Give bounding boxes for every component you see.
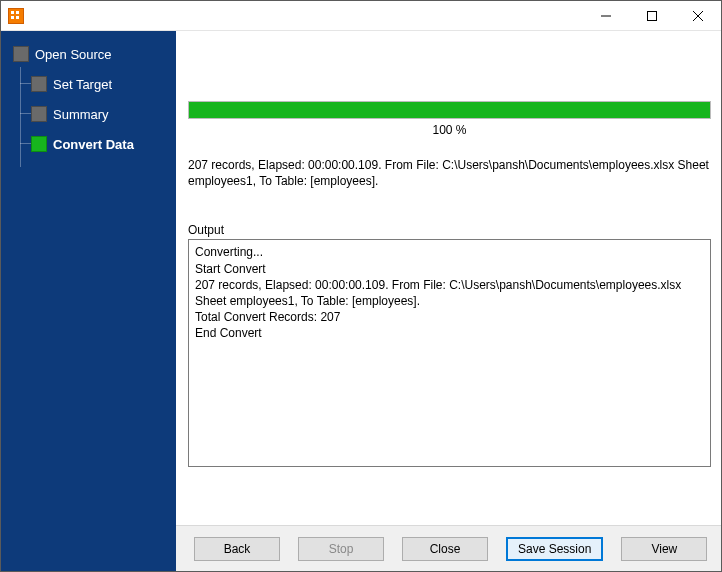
step-icon [31,76,47,92]
title-bar [1,1,721,31]
close-icon [693,11,703,21]
svg-rect-1 [648,11,657,20]
main-panel: 100 % 207 records, Elapsed: 00:00:00.109… [176,31,721,571]
maximize-button[interactable] [629,1,675,31]
nav-item-convert-data[interactable]: Convert Data [1,129,176,159]
nav-item-open-source[interactable]: Open Source [1,39,176,69]
step-icon [13,46,29,62]
nav-label: Set Target [53,77,112,92]
nav-item-summary[interactable]: Summary [1,99,176,129]
progress-fill [189,102,710,118]
save-session-button[interactable]: Save Session [506,537,603,561]
button-row: Back Stop Close Save Session View [176,525,721,571]
nav-label: Convert Data [53,137,134,152]
app-icon [8,8,24,24]
step-icon [31,106,47,122]
view-button[interactable]: View [621,537,707,561]
minimize-icon [601,11,611,21]
maximize-icon [647,11,657,21]
app-window: Open Source Set Target Summary Conv [0,0,722,572]
back-button[interactable]: Back [194,537,280,561]
output-textarea[interactable]: Converting... Start Convert 207 records,… [188,239,711,467]
progress-percent-label: 100 % [188,123,711,137]
status-text: 207 records, Elapsed: 00:00:00.109. From… [188,157,711,189]
close-window-button[interactable] [675,1,721,31]
output-label: Output [188,223,711,237]
nav-label: Summary [53,107,109,122]
nav-item-set-target[interactable]: Set Target [1,69,176,99]
nav-label: Open Source [35,47,112,62]
progress-bar [188,101,711,119]
stop-button: Stop [298,537,384,561]
step-icon [31,136,47,152]
close-button[interactable]: Close [402,537,488,561]
minimize-button[interactable] [583,1,629,31]
wizard-sidebar: Open Source Set Target Summary Conv [1,31,176,571]
